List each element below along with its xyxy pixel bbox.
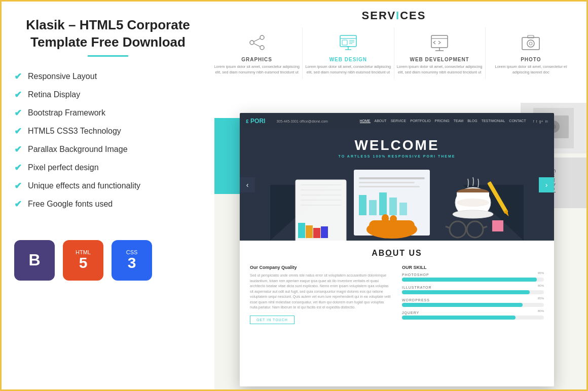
skill-name: ILLUSTRATOR: [402, 286, 544, 289]
website-preview: ε PORI 305-445-3301 office@dione.com HOM…: [240, 113, 554, 386]
hero-brand: PORI: [423, 154, 436, 158]
list-item: ✔ Free Google fonts used: [14, 199, 202, 210]
svg-line-4: [254, 44, 260, 47]
nav-link-service[interactable]: SERVICE: [391, 119, 407, 123]
hero-illustration: [270, 154, 524, 241]
services-title: SERVICES: [211, 9, 576, 22]
webdesign-label: WEB DESIGN: [305, 57, 391, 62]
preview-nav-links: HOME ABOUT SERVICE PORTFOLIO PRICING TEA…: [360, 119, 526, 123]
service-item-photo: PHOTO Lorem ipsum dolor sit amet, consec…: [486, 27, 576, 79]
svg-point-57: [450, 221, 466, 238]
features-list: ✔ Responsive Layout ✔ Retina Display ✔ B…: [14, 71, 202, 210]
skill-name: JQUERY: [402, 311, 544, 315]
social-g: g+: [539, 120, 543, 123]
about-text: Sed ut perspiciatis unde omnis iste natu…: [250, 273, 392, 310]
svg-rect-42: [359, 186, 420, 187]
nav-link-contact[interactable]: CONTACT: [509, 119, 526, 123]
svg-rect-64: [492, 220, 503, 231]
graphics-label: GRAPHICS: [214, 57, 300, 62]
nav-link-blog[interactable]: BLOG: [467, 119, 477, 123]
skill-name: PHOTOSHOP: [402, 273, 544, 277]
hero-subtitle: TO ARTLESS 100% RESPONSIVE PORI THEME: [240, 154, 554, 158]
skill-track: 80%: [402, 316, 544, 320]
photo-icon: [520, 31, 542, 54]
preview-navbar: ε PORI 305-445-3301 office@dione.com HOM…: [240, 113, 554, 129]
svg-point-58: [467, 221, 483, 238]
service-item-webdev: WEB DEVELOPMENT Lorem ipsum dolor sit am…: [394, 27, 486, 79]
title-underline: [88, 55, 128, 57]
svg-point-20: [529, 42, 532, 45]
services-section: SERVICES GRAPHICS Lorem ipsum dolor sit …: [201, 2, 586, 118]
skill-wordpress: WORDPRESS 85%: [402, 298, 544, 307]
skill-fill: [402, 278, 537, 282]
svg-rect-40: [359, 177, 425, 179]
svg-line-60: [446, 226, 450, 228]
skill-name: WORDPRESS: [402, 298, 544, 302]
about-cols: Our Company Quality Sed ut perspiciatis …: [250, 265, 544, 324]
svg-point-19: [527, 40, 534, 47]
hero-prev-button[interactable]: ‹: [240, 177, 255, 192]
svg-point-56: [453, 210, 493, 218]
svg-rect-38: [321, 226, 328, 238]
check-icon: ✔: [14, 89, 22, 100]
nav-link-pricing[interactable]: PRICING: [435, 119, 450, 123]
skill-pct: 95%: [538, 271, 544, 275]
svg-rect-37: [313, 228, 320, 238]
skill-title: OUR SKILL: [402, 265, 544, 270]
logo-prefix: ε: [246, 118, 249, 125]
get-in-touch-button[interactable]: GET IN TOUCH: [250, 316, 295, 324]
nav-link-about[interactable]: ABOUT: [375, 119, 387, 123]
skill-illustrator: ILLUSTRATOR 90%: [402, 286, 544, 294]
svg-point-55: [457, 199, 489, 207]
webdev-desc: Lorem ipsum dolor sit amet, consectetur …: [397, 64, 483, 75]
svg-rect-45: [379, 192, 387, 215]
webdev-icon: [428, 31, 451, 54]
hero-next-button[interactable]: ›: [539, 177, 554, 192]
css3-num: 3: [128, 255, 136, 270]
social-t: t: [536, 120, 537, 123]
nav-link-portfolio[interactable]: PORTFOLIO: [410, 119, 430, 123]
skill-jquery: JQUERY 80%: [402, 311, 544, 320]
svg-line-61: [483, 226, 487, 228]
skill-fill: [402, 303, 523, 307]
list-item: ✔ Parallax Background Image: [14, 144, 202, 155]
check-icon: ✔: [14, 162, 22, 173]
nav-link-home[interactable]: HOME: [360, 119, 371, 123]
check-icon: ✔: [14, 126, 22, 137]
webdesign-desc: Lorem ipsum dolor sit amet, consectetur …: [305, 64, 391, 75]
skill-photoshop: PHOTOSHOP 95%: [402, 273, 544, 282]
list-item: ✔ Pixel perfect design: [14, 162, 202, 173]
skill-fill: [402, 290, 530, 294]
hero-text: WELCOME TO ARTLESS 100% RESPONSIVE PORI …: [240, 137, 554, 158]
skill-track: 85%: [402, 303, 544, 307]
list-item: ✔ Retina Display: [14, 89, 202, 100]
nav-link-testimonial[interactable]: TESTIMONIAL: [482, 119, 505, 123]
svg-rect-43: [359, 195, 366, 215]
svg-rect-35: [298, 223, 305, 238]
list-item: ✔ HTML5 CSS3 Technology: [14, 126, 202, 137]
nav-link-team[interactable]: TEAM: [454, 119, 463, 123]
service-item-graphics: GRAPHICS Lorem ipsum dolor sit amet, con…: [211, 27, 303, 79]
svg-rect-51: [390, 215, 397, 222]
social-f: f: [533, 120, 534, 123]
check-icon: ✔: [14, 180, 22, 191]
svg-rect-44: [369, 200, 377, 215]
photo-label: PHOTO: [488, 57, 574, 62]
check-icon: ✔: [14, 199, 22, 210]
left-panel: Klasik – HTML5 Corporate Template Free D…: [2, 2, 214, 391]
list-item: ✔ Responsive Layout: [14, 71, 202, 82]
svg-rect-7: [342, 40, 347, 45]
photo-desc: Lorem ipsum dolor sit amet, consectetur …: [488, 64, 574, 75]
services-title-accent: I: [396, 9, 400, 22]
preview-hero: WELCOME TO ARTLESS 100% RESPONSIVE PORI …: [240, 129, 554, 241]
skill-pct: 85%: [538, 297, 544, 300]
check-icon: ✔: [14, 144, 22, 155]
check-icon: ✔: [14, 107, 22, 119]
html5-num: 5: [79, 255, 88, 270]
about-left: Our Company Quality Sed ut perspiciatis …: [250, 265, 392, 324]
page-title: Klasik – HTML5 Corporate Template Free D…: [14, 17, 202, 51]
skill-pct: 80%: [538, 309, 544, 312]
tech-badges: B HTML 5 CSS 3: [14, 230, 202, 281]
about-title: ABOUT US: [250, 249, 544, 258]
svg-rect-47: [399, 203, 407, 215]
